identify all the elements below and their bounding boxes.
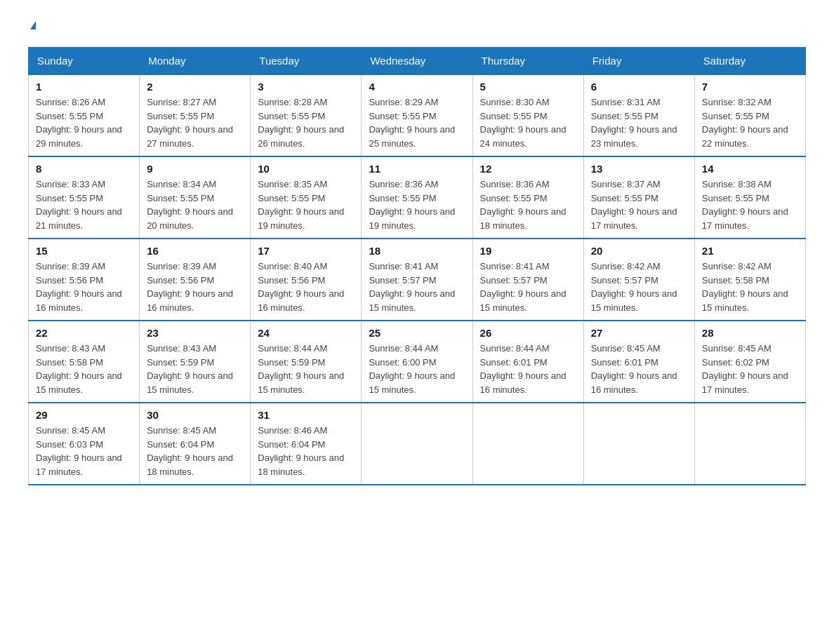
calendar-cell: 20 Sunrise: 8:42 AM Sunset: 5:57 PM Dayl… [583, 239, 694, 321]
calendar-cell: 23 Sunrise: 8:43 AM Sunset: 5:59 PM Dayl… [140, 321, 251, 403]
calendar-table: SundayMondayTuesdayWednesdayThursdayFrid… [28, 47, 806, 485]
calendar-cell: 1 Sunrise: 8:26 AM Sunset: 5:55 PM Dayli… [29, 74, 140, 156]
calendar-cell: 19 Sunrise: 8:41 AM Sunset: 5:57 PM Dayl… [472, 239, 583, 321]
day-info: Sunrise: 8:31 AM Sunset: 5:55 PM Dayligh… [591, 95, 687, 150]
page-header [28, 21, 806, 33]
day-header-tuesday: Tuesday [251, 48, 362, 75]
day-header-saturday: Saturday [694, 48, 805, 75]
day-number: 23 [147, 327, 243, 339]
calendar-cell: 21 Sunrise: 8:42 AM Sunset: 5:58 PM Dayl… [694, 239, 805, 321]
day-number: 18 [369, 245, 465, 257]
calendar-cell: 22 Sunrise: 8:43 AM Sunset: 5:58 PM Dayl… [29, 321, 140, 403]
day-number: 11 [369, 163, 465, 175]
day-number: 27 [591, 327, 687, 339]
day-number: 28 [702, 327, 798, 339]
day-header-monday: Monday [140, 48, 251, 75]
day-header-thursday: Thursday [472, 48, 583, 75]
calendar-cell: 30 Sunrise: 8:45 AM Sunset: 6:04 PM Dayl… [140, 403, 251, 485]
day-number: 19 [480, 245, 576, 257]
day-info: Sunrise: 8:37 AM Sunset: 5:55 PM Dayligh… [591, 177, 687, 232]
calendar-header-row: SundayMondayTuesdayWednesdayThursdayFrid… [29, 48, 806, 75]
day-info: Sunrise: 8:28 AM Sunset: 5:55 PM Dayligh… [258, 95, 354, 150]
day-number: 31 [258, 409, 354, 421]
calendar-cell: 17 Sunrise: 8:40 AM Sunset: 5:56 PM Dayl… [251, 239, 362, 321]
day-number: 22 [36, 327, 132, 339]
day-number: 12 [480, 163, 576, 175]
day-number: 20 [591, 245, 687, 257]
calendar-cell [362, 403, 472, 485]
day-info: Sunrise: 8:45 AM Sunset: 6:01 PM Dayligh… [591, 342, 687, 396]
day-info: Sunrise: 8:35 AM Sunset: 5:55 PM Dayligh… [258, 177, 354, 232]
day-number: 30 [147, 409, 243, 421]
day-info: Sunrise: 8:45 AM Sunset: 6:03 PM Dayligh… [36, 424, 132, 478]
day-number: 13 [591, 163, 687, 175]
day-number: 7 [702, 81, 798, 93]
day-number: 21 [702, 245, 798, 257]
day-number: 5 [480, 81, 576, 93]
day-number: 29 [36, 409, 132, 421]
day-number: 9 [147, 163, 243, 175]
day-info: Sunrise: 8:32 AM Sunset: 5:55 PM Dayligh… [702, 95, 798, 150]
day-header-friday: Friday [583, 48, 694, 75]
day-info: Sunrise: 8:34 AM Sunset: 5:55 PM Dayligh… [147, 177, 243, 232]
calendar-cell: 15 Sunrise: 8:39 AM Sunset: 5:56 PM Dayl… [29, 239, 140, 321]
calendar-week-1: 1 Sunrise: 8:26 AM Sunset: 5:55 PM Dayli… [29, 74, 806, 156]
day-info: Sunrise: 8:42 AM Sunset: 5:57 PM Dayligh… [591, 260, 687, 314]
day-header-sunday: Sunday [29, 48, 140, 75]
calendar-cell [583, 403, 694, 485]
day-header-wednesday: Wednesday [362, 48, 472, 75]
calendar-week-2: 8 Sunrise: 8:33 AM Sunset: 5:55 PM Dayli… [29, 156, 806, 239]
day-number: 4 [369, 81, 465, 93]
day-number: 2 [147, 81, 243, 93]
day-number: 15 [36, 245, 132, 257]
calendar-cell: 14 Sunrise: 8:38 AM Sunset: 5:55 PM Dayl… [694, 156, 805, 239]
day-info: Sunrise: 8:33 AM Sunset: 5:55 PM Dayligh… [36, 177, 132, 232]
calendar-cell: 13 Sunrise: 8:37 AM Sunset: 5:55 PM Dayl… [583, 156, 694, 239]
calendar-cell: 24 Sunrise: 8:44 AM Sunset: 5:59 PM Dayl… [251, 321, 362, 403]
day-number: 17 [258, 245, 354, 257]
day-info: Sunrise: 8:44 AM Sunset: 5:59 PM Dayligh… [258, 342, 354, 396]
day-info: Sunrise: 8:44 AM Sunset: 6:01 PM Dayligh… [480, 342, 576, 396]
day-number: 26 [480, 327, 576, 339]
day-info: Sunrise: 8:38 AM Sunset: 5:55 PM Dayligh… [702, 177, 798, 232]
day-number: 6 [591, 81, 687, 93]
calendar-cell: 31 Sunrise: 8:46 AM Sunset: 6:04 PM Dayl… [251, 403, 362, 485]
day-info: Sunrise: 8:36 AM Sunset: 5:55 PM Dayligh… [480, 177, 576, 232]
day-info: Sunrise: 8:41 AM Sunset: 5:57 PM Dayligh… [480, 260, 576, 314]
calendar-cell: 7 Sunrise: 8:32 AM Sunset: 5:55 PM Dayli… [694, 74, 805, 156]
day-info: Sunrise: 8:30 AM Sunset: 5:55 PM Dayligh… [480, 95, 576, 150]
calendar-cell: 18 Sunrise: 8:41 AM Sunset: 5:57 PM Dayl… [362, 239, 472, 321]
day-number: 24 [258, 327, 354, 339]
calendar-cell: 28 Sunrise: 8:45 AM Sunset: 6:02 PM Dayl… [694, 321, 805, 403]
day-info: Sunrise: 8:39 AM Sunset: 5:56 PM Dayligh… [36, 260, 132, 314]
day-info: Sunrise: 8:26 AM Sunset: 5:55 PM Dayligh… [36, 95, 132, 150]
calendar-cell: 11 Sunrise: 8:36 AM Sunset: 5:55 PM Dayl… [362, 156, 472, 239]
day-info: Sunrise: 8:36 AM Sunset: 5:55 PM Dayligh… [369, 177, 465, 232]
day-info: Sunrise: 8:39 AM Sunset: 5:56 PM Dayligh… [147, 260, 243, 314]
day-info: Sunrise: 8:45 AM Sunset: 6:02 PM Dayligh… [702, 342, 798, 396]
day-number: 8 [36, 163, 132, 175]
calendar-cell: 16 Sunrise: 8:39 AM Sunset: 5:56 PM Dayl… [140, 239, 251, 321]
day-number: 25 [369, 327, 465, 339]
day-number: 10 [258, 163, 354, 175]
day-info: Sunrise: 8:29 AM Sunset: 5:55 PM Dayligh… [369, 95, 465, 150]
calendar-cell: 9 Sunrise: 8:34 AM Sunset: 5:55 PM Dayli… [140, 156, 251, 239]
calendar-cell: 26 Sunrise: 8:44 AM Sunset: 6:01 PM Dayl… [472, 321, 583, 403]
day-info: Sunrise: 8:27 AM Sunset: 5:55 PM Dayligh… [147, 95, 243, 150]
calendar-cell [694, 403, 805, 485]
calendar-cell [472, 403, 583, 485]
calendar-cell: 25 Sunrise: 8:44 AM Sunset: 6:00 PM Dayl… [362, 321, 472, 403]
day-number: 14 [702, 163, 798, 175]
day-info: Sunrise: 8:42 AM Sunset: 5:58 PM Dayligh… [702, 260, 798, 314]
calendar-cell: 29 Sunrise: 8:45 AM Sunset: 6:03 PM Dayl… [29, 403, 140, 485]
day-number: 3 [258, 81, 354, 93]
day-info: Sunrise: 8:43 AM Sunset: 5:58 PM Dayligh… [36, 342, 132, 396]
day-info: Sunrise: 8:45 AM Sunset: 6:04 PM Dayligh… [147, 424, 243, 478]
calendar-cell: 6 Sunrise: 8:31 AM Sunset: 5:55 PM Dayli… [583, 74, 694, 156]
day-info: Sunrise: 8:40 AM Sunset: 5:56 PM Dayligh… [258, 260, 354, 314]
calendar-week-4: 22 Sunrise: 8:43 AM Sunset: 5:58 PM Dayl… [29, 321, 806, 403]
calendar-cell: 10 Sunrise: 8:35 AM Sunset: 5:55 PM Dayl… [251, 156, 362, 239]
calendar-cell: 27 Sunrise: 8:45 AM Sunset: 6:01 PM Dayl… [583, 321, 694, 403]
calendar-week-3: 15 Sunrise: 8:39 AM Sunset: 5:56 PM Dayl… [29, 239, 806, 321]
calendar-cell: 8 Sunrise: 8:33 AM Sunset: 5:55 PM Dayli… [29, 156, 140, 239]
